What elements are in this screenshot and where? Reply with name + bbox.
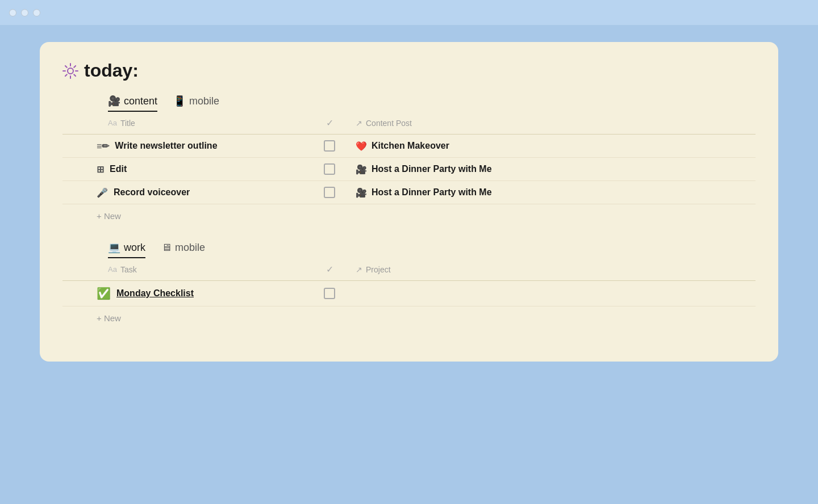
mobile2-tab-label: mobile: [175, 242, 205, 254]
row-link-edit: 🎥 Host a Dinner Party with Me: [347, 164, 756, 175]
content-tab-emoji: 🎥: [108, 95, 120, 107]
row-link-voiceover: 🎥 Host a Dinner Party with Me: [347, 187, 756, 198]
row-check-newsletter: [312, 140, 347, 152]
svg-line-8: [65, 74, 67, 76]
task-header-label: Task: [120, 265, 137, 274]
table-row: ✅ Monday Checklist: [62, 281, 756, 306]
kitchen-emoji: ❤️: [356, 141, 367, 152]
microphone-icon: 🎤: [97, 187, 108, 198]
mobile-tab-emoji: 📱: [173, 95, 186, 107]
row-check-voiceover: [312, 187, 347, 198]
row-title-voiceover: 🎤 Record voiceover: [62, 187, 312, 198]
work-table: Aa Task ✓ ↗ Project ✅ Monday Check: [62, 258, 756, 325]
dinner2-emoji: 🎥: [356, 187, 367, 198]
edit-text: Edit: [110, 164, 127, 174]
row-title-edit: ⊞ Edit: [62, 164, 312, 175]
content-tab-label: content: [124, 95, 157, 107]
work-section: 💻 work 🖥 mobile Aa Task ✓: [62, 241, 756, 325]
task-column-header: Aa Task: [62, 265, 312, 274]
table-row: ⊞ Edit 🎥 Host a Dinner Party with Me: [62, 158, 756, 181]
minimize-button[interactable]: [21, 9, 28, 16]
link-column-header: ↗ Content Post: [347, 119, 756, 128]
tab-work[interactable]: 💻 work: [108, 241, 145, 258]
newsletter-icon: ≡✏: [97, 141, 109, 152]
newsletter-text: Write newsletter outline: [115, 141, 217, 151]
row-link-newsletter: ❤️ Kitchen Makeover: [347, 141, 756, 152]
work-new-button[interactable]: + New: [62, 306, 756, 325]
row-title-monday: ✅ Monday Checklist: [62, 287, 312, 300]
table-row: 🎤 Record voiceover 🎥 Host a Dinner Party…: [62, 181, 756, 204]
work-tab-label: work: [124, 242, 145, 254]
checkbox-monday[interactable]: [324, 288, 335, 299]
close-button[interactable]: [9, 9, 16, 16]
title-bar: [0, 0, 818, 25]
main-card: today: 🎥 content 📱 mobile Aa: [40, 42, 778, 362]
project-column-header: ↗ Project: [347, 265, 756, 274]
tab-mobile[interactable]: 📱 mobile: [173, 95, 219, 112]
title-column-header: Aa Title: [62, 119, 312, 128]
monday-checklist-text: Monday Checklist: [116, 288, 194, 299]
monday-checked-icon: ✅: [97, 287, 111, 300]
row-check-edit: [312, 163, 347, 175]
svg-line-6: [74, 74, 76, 76]
content-post-header: Content Post: [366, 119, 412, 128]
content-new-label: + New: [97, 211, 121, 221]
row-title-newsletter: ≡✏ Write newsletter outline: [62, 141, 312, 152]
content-tabs: 🎥 content 📱 mobile: [62, 95, 756, 112]
work-tabs: 💻 work 🖥 mobile: [62, 241, 756, 258]
work-check-column-header: ✓: [312, 264, 347, 275]
mobile2-tab-emoji: 🖥: [161, 242, 172, 254]
dinner2-link-text: Host a Dinner Party with Me: [372, 187, 492, 198]
page-title: today:: [84, 60, 139, 81]
row-check-monday: [312, 288, 347, 299]
title-header-label: Title: [120, 119, 135, 128]
dinner1-link-text: Host a Dinner Party with Me: [372, 164, 492, 174]
voiceover-text: Record voiceover: [114, 187, 190, 198]
table-row: ≡✏ Write newsletter outline ❤️ Kitchen M…: [62, 135, 756, 158]
arrow-header-icon: ↗: [356, 119, 362, 128]
project-header-label: Project: [366, 265, 391, 274]
page-header: today:: [62, 60, 756, 81]
sun-icon: [62, 63, 78, 79]
svg-point-0: [68, 68, 73, 74]
content-section: 🎥 content 📱 mobile Aa Title ✓: [62, 95, 756, 223]
mobile-tab-label: mobile: [189, 95, 219, 107]
svg-line-7: [74, 65, 76, 67]
checkbox-newsletter[interactable]: [324, 140, 335, 152]
check-column-header: ✓: [312, 117, 347, 128]
content-new-button[interactable]: + New: [62, 204, 756, 223]
work-new-label: + New: [97, 313, 121, 323]
work-checkmark-header: ✓: [326, 264, 333, 275]
kitchen-link-text: Kitchen Makeover: [372, 141, 449, 151]
project-arrow-icon: ↗: [356, 265, 362, 274]
tab-mobile2[interactable]: 🖥 mobile: [161, 241, 205, 258]
work-tab-emoji: 💻: [108, 241, 120, 254]
work-table-header: Aa Task ✓ ↗ Project: [62, 258, 756, 281]
checkbox-edit[interactable]: [324, 163, 335, 175]
checkmark-header: ✓: [326, 117, 333, 128]
dinner1-emoji: 🎥: [356, 164, 367, 175]
maximize-button[interactable]: [33, 9, 40, 16]
checkbox-voiceover[interactable]: [324, 187, 335, 198]
tab-content[interactable]: 🎥 content: [108, 95, 157, 112]
content-table: Aa Title ✓ ↗ Content Post ≡✏ Write: [62, 112, 756, 223]
edit-icon: ⊞: [97, 164, 104, 175]
svg-line-5: [65, 65, 67, 67]
window-body: today: 🎥 content 📱 mobile Aa: [0, 25, 818, 504]
content-table-header: Aa Title ✓ ↗ Content Post: [62, 112, 756, 135]
